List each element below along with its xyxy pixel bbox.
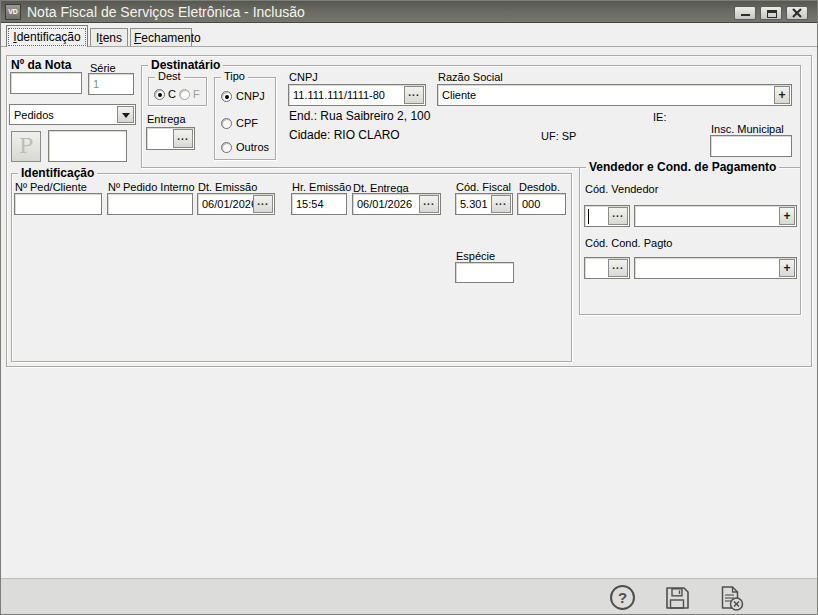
dt-entrega-input[interactable]: 06/01/2026 ...	[352, 193, 441, 215]
cod-fiscal-label: Cód. Fiscal	[456, 181, 511, 193]
cancel-document-icon	[717, 584, 745, 612]
numero-nota-label: Nº da Nota	[11, 58, 71, 72]
tipo-cpf-radio[interactable]	[221, 118, 232, 129]
uf-text: UF: SP	[541, 130, 576, 142]
tipo-cpf-label: CPF	[236, 117, 258, 129]
dt-emissao-input[interactable]: 06/01/2026 ...	[197, 193, 275, 215]
app-icon: VD	[5, 4, 21, 20]
tab-itens[interactable]: Itens	[90, 28, 128, 46]
vendedor-title: Vendedor e Cond. de Pagamento	[586, 160, 779, 174]
ie-text: IE:	[653, 111, 666, 123]
entrega-input[interactable]: ...	[146, 127, 195, 150]
dest-f-radio[interactable]	[179, 89, 190, 100]
tab-fechamento-label: Fechamento	[131, 31, 204, 45]
dest-c-label: C	[168, 88, 176, 100]
dt-emissao-browse-button[interactable]: ...	[253, 195, 273, 213]
pedido-input[interactable]	[48, 130, 127, 162]
cod-cond-pagto-add-button[interactable]: +	[779, 259, 795, 277]
razao-social-input[interactable]: Cliente +	[437, 84, 792, 106]
razao-social-label: Razão Social	[438, 71, 503, 83]
cod-vendedor-label: Cód. Vendedor	[585, 183, 658, 195]
especie-input[interactable]	[455, 262, 514, 283]
close-button[interactable]	[786, 6, 808, 20]
numero-nota-input[interactable]	[10, 72, 82, 94]
ped-cliente-input[interactable]	[14, 193, 102, 215]
cancel-button[interactable]	[717, 584, 745, 612]
minimize-icon	[741, 14, 750, 16]
insc-municipal-input[interactable]	[710, 135, 792, 157]
text-caret	[588, 209, 589, 224]
cod-vendedor-add-button[interactable]: +	[779, 207, 795, 225]
save-button[interactable]	[663, 584, 691, 612]
desdob-input[interactable]: 000	[517, 193, 566, 215]
cod-cond-pagto-name-input[interactable]: +	[634, 257, 797, 279]
entrega-label: Entrega	[147, 113, 186, 125]
serie-input[interactable]: 1	[88, 73, 134, 95]
cod-vendedor-name-input[interactable]: +	[634, 205, 797, 227]
close-icon	[787, 7, 807, 19]
pedidos-selected-value: Pedidos	[14, 109, 54, 121]
bottom-toolbar	[1, 578, 818, 615]
ped-cliente-label: Nº Ped/Cliente	[15, 181, 87, 193]
desdob-label: Desdob.	[519, 181, 560, 193]
maximize-button[interactable]	[760, 6, 782, 20]
cod-vendedor-code-input[interactable]: ...	[584, 205, 630, 227]
pedido-interno-label: Nº Pedido Interno	[108, 181, 195, 193]
pedidos-dropdown-button[interactable]	[117, 106, 134, 123]
help-button[interactable]: ?	[609, 584, 637, 612]
tipo-outros-radio[interactable]	[221, 142, 232, 153]
tab-strip-divider	[1, 46, 818, 47]
maximize-icon	[767, 10, 777, 18]
save-floppy-icon	[663, 584, 691, 612]
dest-title: Dest	[155, 70, 184, 82]
cod-vendedor-browse-button[interactable]: ...	[608, 207, 628, 225]
p-button[interactable]: P	[11, 131, 41, 162]
dest-c-radio[interactable]	[154, 89, 165, 100]
window-title: Nota Fiscal de Serviços Eletrônica - Inc…	[27, 4, 305, 20]
tab-fechamento[interactable]: Fechamento	[130, 28, 192, 46]
hr-emissao-label: Hr. Emissão	[292, 181, 351, 193]
chevron-down-icon	[122, 113, 130, 118]
identificacao-title: Identificação	[18, 166, 97, 180]
tipo-cnpj-radio[interactable]	[221, 91, 232, 102]
dt-emissao-label: Dt. Emissão	[198, 181, 257, 193]
pedido-interno-input[interactable]	[107, 193, 193, 215]
cnpj-browse-button[interactable]: ...	[404, 86, 424, 104]
cod-fiscal-browse-button[interactable]: ...	[491, 195, 511, 213]
endereco-text: End.: Rua Saibreiro 2, 100	[289, 109, 430, 123]
entrega-browse-button[interactable]: ...	[173, 129, 193, 148]
tab-identificacao[interactable]: Identificação	[6, 25, 88, 47]
help-icon: ?	[610, 585, 635, 610]
pedidos-select[interactable]: Pedidos	[9, 104, 136, 125]
cod-cond-pagto-code-input[interactable]: ...	[584, 257, 630, 279]
hr-emissao-input[interactable]: 15:54	[291, 193, 347, 215]
cod-cond-pagto-label: Cód. Cond. Pagto	[585, 237, 672, 249]
cnpj-input[interactable]: 11.111.111/1111-80 ...	[288, 84, 426, 106]
razao-social-add-button[interactable]: +	[774, 86, 790, 104]
tipo-title: Tipo	[221, 70, 248, 82]
window: VD Nota Fiscal de Serviços Eletrônica - …	[0, 0, 818, 615]
tab-itens-label: Itens	[93, 31, 125, 45]
tab-identificacao-label: Identificação	[8, 28, 85, 46]
insc-municipal-label: Insc. Municipal	[711, 123, 784, 135]
dest-f-label: F	[193, 88, 200, 100]
cod-fiscal-input[interactable]: 5.301 ...	[455, 193, 513, 215]
tipo-outros-label: Outros	[236, 141, 269, 153]
minimize-button[interactable]	[734, 6, 756, 20]
dt-entrega-browse-button[interactable]: ...	[419, 195, 439, 213]
title-bar[interactable]: VD Nota Fiscal de Serviços Eletrônica - …	[1, 1, 818, 23]
especie-label: Espécie	[456, 250, 495, 262]
tipo-cnpj-label: CNPJ	[236, 90, 265, 102]
cnpj-label: CNPJ	[289, 71, 318, 83]
cod-cond-pagto-browse-button[interactable]: ...	[608, 259, 628, 277]
cidade-text: Cidade: RIO CLARO	[289, 128, 400, 142]
